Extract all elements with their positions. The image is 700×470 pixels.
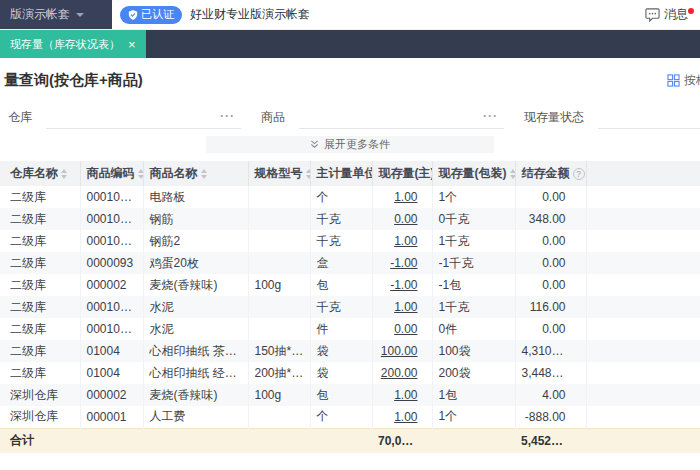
cell-qty-pkg: 1千克 xyxy=(432,230,515,252)
cell-qty-main-link[interactable]: 100.00 xyxy=(372,340,432,362)
cell-unit: 盒 xyxy=(310,252,372,274)
cell-amount: 4.00 xyxy=(515,384,586,406)
cell-spec xyxy=(248,318,310,340)
cell-qty-main-link[interactable]: 1.00 xyxy=(372,186,432,208)
warehouse-picker-icon[interactable]: ··· xyxy=(220,110,235,122)
cell-code: 00010005 xyxy=(80,186,143,208)
cell-unit: 包 xyxy=(310,274,372,296)
view-toggle-button[interactable]: 按格 xyxy=(667,72,700,89)
cell-qty-pkg: 0件 xyxy=(432,318,515,340)
cell-amount: 0.00 xyxy=(515,274,586,296)
header-name[interactable]: 商品名称 xyxy=(143,161,248,186)
cell-filler xyxy=(586,296,700,318)
cell-spec: 100g xyxy=(248,384,310,406)
table-row[interactable]: 二级库 00010004 水泥 千克 1.00 1千克 116.00 xyxy=(0,296,700,318)
tab-stock-status[interactable]: 现存量（库存状况表） × xyxy=(0,30,146,58)
cell-qty-pkg: 1个 xyxy=(432,186,515,208)
cell-qty-main-link[interactable]: -1.00 xyxy=(372,252,432,274)
cell-unit: 包 xyxy=(310,384,372,406)
cell-amount: 4,310.00 xyxy=(515,340,586,362)
filter-bar: 仓库 ··· 商品 ··· 现存量状态 xyxy=(0,102,700,132)
table-row[interactable]: 二级库 00010005 电路板 个 1.00 1个 0.00 xyxy=(0,186,700,208)
cell-qty-pkg: 1个 xyxy=(432,406,515,428)
cell-unit: 千克 xyxy=(310,230,372,252)
cell-name: 麦烧(香辣味) xyxy=(143,384,248,406)
cell-code: 000100019 xyxy=(80,318,143,340)
header-amount[interactable]: 结存金额? xyxy=(515,161,586,186)
page-title: 量查询(按仓库+商品) xyxy=(4,71,143,90)
verified-badge-label: 已认证 xyxy=(141,7,174,22)
table-row[interactable]: 二级库 00010002 钢筋 千克 0.00 0千克 348.00 xyxy=(0,208,700,230)
product-picker-icon[interactable]: ··· xyxy=(483,110,498,122)
cell-name: 水泥 xyxy=(143,318,248,340)
table-row[interactable]: 二级库 000100019 水泥 件 0.00 0件 0.00 xyxy=(0,318,700,340)
cell-qty-main-link[interactable]: 0.00 xyxy=(372,208,432,230)
cell-spec xyxy=(248,230,310,252)
messages-label: 消息 xyxy=(664,6,688,23)
stock-status-label: 现存量状态 xyxy=(524,109,584,126)
table-row[interactable]: 二级库 01004 心相印抽纸 经典系列 200抽*6包 袋 200.00 20… xyxy=(0,362,700,384)
cell-qty-main-link[interactable]: 200.00 xyxy=(372,362,432,384)
table-row[interactable]: 二级库 0000093 鸡蛋20枚 盒 -1.00 -1千克 0.00 xyxy=(0,252,700,274)
cell-qty-pkg: 200袋 xyxy=(432,362,515,384)
product-input[interactable]: ··· xyxy=(299,105,504,129)
cell-amount: 116.00 xyxy=(515,296,586,318)
total-row: 合计 70,077.00 5,452,597.... xyxy=(0,428,700,453)
cell-qty-pkg: 1包 xyxy=(432,384,515,406)
expand-more-label: 展开更多条件 xyxy=(324,137,390,152)
table-row[interactable]: 二级库 01004 心相印抽纸 茶语系列 ... 150抽*3包... 袋 10… xyxy=(0,340,700,362)
table-row[interactable]: 深圳仓库 000002 麦烧(香辣味) 100g 包 1.00 1包 4.00 xyxy=(0,384,700,406)
cell-warehouse: 二级库 xyxy=(0,296,80,318)
filter-stock-status: 现存量状态 xyxy=(524,105,700,129)
cell-warehouse: 二级库 xyxy=(0,208,80,230)
cell-code: 01004 xyxy=(80,340,143,362)
cell-filler xyxy=(586,318,700,340)
expand-more-button[interactable]: 展开更多条件 xyxy=(206,136,494,153)
cell-qty-pkg: 1千克 xyxy=(432,296,515,318)
header-qty-main[interactable]: 现存量(主) xyxy=(372,161,432,186)
cell-qty-main-link[interactable]: 1.00 xyxy=(372,406,432,428)
cell-qty-main-link[interactable]: -1.00 xyxy=(372,274,432,296)
header-code[interactable]: 商品编码 xyxy=(80,161,143,186)
warehouse-input[interactable]: ··· xyxy=(46,105,241,129)
workspace-switcher[interactable]: 版演示帐套 xyxy=(0,0,112,29)
table-row[interactable]: 二级库 00010003 钢筋2 千克 1.00 1千克 0.00 xyxy=(0,230,700,252)
header-warehouse[interactable]: 仓库名称 xyxy=(0,161,80,186)
cell-amount: 3,448.00 xyxy=(515,362,586,384)
cell-qty-main-link[interactable]: 0.00 xyxy=(372,318,432,340)
cell-unit: 件 xyxy=(310,318,372,340)
notification-dot xyxy=(688,8,694,14)
table-body: 二级库 00010005 电路板 个 1.00 1个 0.00 二级库 0001… xyxy=(0,186,700,428)
sort-icon xyxy=(510,169,516,179)
stock-status-input[interactable] xyxy=(598,105,700,129)
header-spec[interactable]: 规格型号 xyxy=(248,161,310,186)
messages-button[interactable]: 消息 xyxy=(641,6,692,23)
cell-spec xyxy=(248,406,310,428)
cell-filler xyxy=(586,340,700,362)
cell-qty-main-link[interactable]: 1.00 xyxy=(372,230,432,252)
cell-warehouse: 二级库 xyxy=(0,274,80,296)
header-qty-pkg[interactable]: 现存量(包装) xyxy=(432,161,515,186)
tab-close-icon[interactable]: × xyxy=(128,38,136,51)
total-qty-main: 70,077.00 xyxy=(372,428,432,453)
cell-amount: 0.00 xyxy=(515,318,586,340)
cell-spec xyxy=(248,296,310,318)
account-title: 好业财专业版演示帐套 xyxy=(190,6,310,23)
workspace-name: 版演示帐套 xyxy=(10,6,70,23)
table-row[interactable]: 二级库 000002 麦烧(香辣味) 100g 包 -1.00 -1包 0.00 xyxy=(0,274,700,296)
verified-badge[interactable]: 已认证 xyxy=(120,6,182,24)
cell-name: 人工费 xyxy=(143,406,248,428)
cell-spec: 100g xyxy=(248,274,310,296)
cell-qty-main-link[interactable]: 1.00 xyxy=(372,384,432,406)
table-row[interactable]: 深圳仓库 000001 人工费 个 1.00 1个 -888.00 xyxy=(0,406,700,428)
sort-icon xyxy=(306,169,311,179)
cell-qty-pkg: -1包 xyxy=(432,274,515,296)
header-unit[interactable]: 主计量单位 xyxy=(310,161,372,186)
cell-qty-main-link[interactable]: 1.00 xyxy=(372,296,432,318)
warehouse-label: 仓库 xyxy=(8,109,32,126)
topbar: 版演示帐套 已认证 好业财专业版演示帐套 消息 xyxy=(0,0,700,30)
stock-table: 仓库名称 商品编码 商品名称 规格型号 主计量单位 现存量(主) 现存量(包装)… xyxy=(0,161,700,453)
table-header: 仓库名称 商品编码 商品名称 规格型号 主计量单位 现存量(主) 现存量(包装)… xyxy=(0,161,700,186)
help-icon[interactable]: ? xyxy=(573,168,585,180)
cell-warehouse: 深圳仓库 xyxy=(0,384,80,406)
